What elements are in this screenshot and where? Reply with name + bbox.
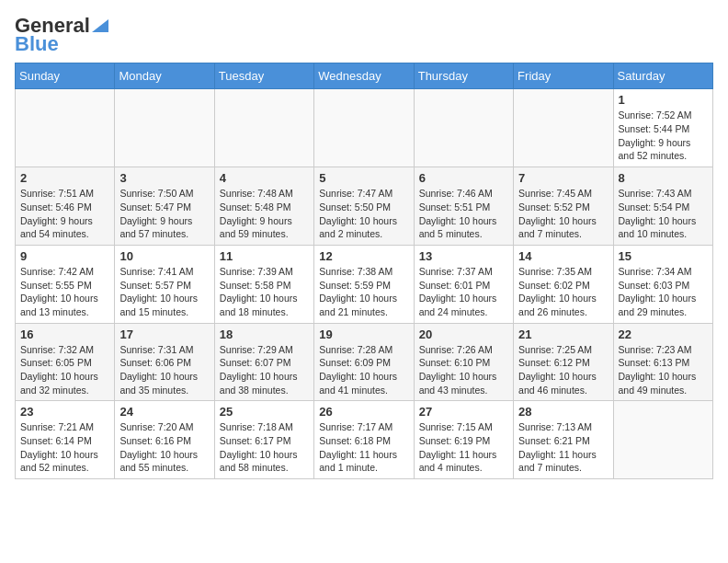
calendar-cell: 4Sunrise: 7:48 AM Sunset: 5:48 PM Daylig… [214,167,313,246]
day-info: Sunrise: 7:51 AM Sunset: 5:46 PM Dayligh… [20,187,109,241]
day-number: 9 [20,249,109,263]
day-number: 12 [319,249,408,263]
weekday-header-friday: Friday [514,63,613,89]
weekday-header-sunday: Sunday [16,63,115,89]
day-number: 27 [419,405,508,419]
day-number: 4 [220,171,309,185]
day-number: 28 [518,405,608,419]
day-info: Sunrise: 7:26 AM Sunset: 6:10 PM Dayligh… [419,343,508,397]
calendar-cell: 14Sunrise: 7:35 AM Sunset: 6:02 PM Dayli… [514,245,613,323]
day-number: 5 [319,171,408,185]
day-number: 19 [319,327,408,341]
day-info: Sunrise: 7:18 AM Sunset: 6:17 PM Dayligh… [220,420,309,475]
calendar-cell [314,89,414,167]
day-info: Sunrise: 7:20 AM Sunset: 6:16 PM Dayligh… [119,420,209,475]
calendar-cell: 27Sunrise: 7:15 AM Sunset: 6:19 PM Dayli… [414,401,513,479]
day-number: 7 [518,171,608,185]
day-info: Sunrise: 7:29 AM Sunset: 6:07 PM Dayligh… [220,343,309,397]
weekday-header-saturday: Saturday [613,63,712,89]
day-number: 24 [119,405,209,419]
calendar-cell: 11Sunrise: 7:39 AM Sunset: 5:58 PM Dayli… [214,245,313,323]
day-info: Sunrise: 7:47 AM Sunset: 5:50 PM Dayligh… [319,187,408,241]
day-info: Sunrise: 7:32 AM Sunset: 6:05 PM Dayligh… [20,343,109,397]
weekday-header-monday: Monday [115,63,214,89]
weekday-header-tuesday: Tuesday [214,63,313,89]
svg-marker-0 [92,19,108,32]
calendar-cell: 8Sunrise: 7:43 AM Sunset: 5:54 PM Daylig… [613,167,712,246]
day-info: Sunrise: 7:31 AM Sunset: 6:06 PM Dayligh… [119,343,209,397]
calendar-cell: 1Sunrise: 7:52 AM Sunset: 5:44 PM Daylig… [613,89,712,167]
day-number: 1 [619,93,708,107]
calendar-cell: 23Sunrise: 7:21 AM Sunset: 6:14 PM Dayli… [16,401,115,479]
day-number: 13 [419,249,508,263]
calendar-cell [514,89,613,167]
day-number: 17 [119,327,209,341]
calendar-cell [16,89,115,167]
logo: General Blue [15,15,108,55]
calendar-cell [115,89,214,167]
calendar-cell: 2Sunrise: 7:51 AM Sunset: 5:46 PM Daylig… [16,167,115,246]
calendar-body: 1Sunrise: 7:52 AM Sunset: 5:44 PM Daylig… [16,89,713,479]
day-number: 26 [319,405,408,419]
weekday-header-thursday: Thursday [414,63,513,89]
day-number: 6 [419,171,508,185]
day-info: Sunrise: 7:39 AM Sunset: 5:58 PM Dayligh… [220,265,309,319]
calendar-cell: 5Sunrise: 7:47 AM Sunset: 5:50 PM Daylig… [314,167,414,246]
logo-icon [92,16,108,32]
day-info: Sunrise: 7:34 AM Sunset: 6:03 PM Dayligh… [619,265,708,319]
calendar-cell: 10Sunrise: 7:41 AM Sunset: 5:57 PM Dayli… [115,245,214,323]
calendar-cell: 9Sunrise: 7:42 AM Sunset: 5:55 PM Daylig… [16,245,115,323]
calendar-cell: 13Sunrise: 7:37 AM Sunset: 6:01 PM Dayli… [414,245,513,323]
calendar-cell [214,89,313,167]
day-info: Sunrise: 7:42 AM Sunset: 5:55 PM Dayligh… [20,265,109,319]
calendar-cell: 3Sunrise: 7:50 AM Sunset: 5:47 PM Daylig… [115,167,214,246]
day-number: 23 [20,405,109,419]
day-info: Sunrise: 7:25 AM Sunset: 6:12 PM Dayligh… [518,343,608,397]
day-number: 11 [220,249,309,263]
day-number: 18 [220,327,309,341]
calendar-week-row: 16Sunrise: 7:32 AM Sunset: 6:05 PM Dayli… [16,323,713,401]
calendar-cell: 25Sunrise: 7:18 AM Sunset: 6:17 PM Dayli… [214,401,313,479]
day-number: 21 [518,327,608,341]
calendar-cell: 15Sunrise: 7:34 AM Sunset: 6:03 PM Dayli… [613,245,712,323]
calendar-cell: 7Sunrise: 7:45 AM Sunset: 5:52 PM Daylig… [514,167,613,246]
calendar-cell: 19Sunrise: 7:28 AM Sunset: 6:09 PM Dayli… [314,323,414,401]
page-header: General Blue [15,15,713,55]
calendar-cell: 16Sunrise: 7:32 AM Sunset: 6:05 PM Dayli… [16,323,115,401]
day-info: Sunrise: 7:15 AM Sunset: 6:19 PM Dayligh… [419,420,508,475]
day-number: 2 [20,171,109,185]
day-number: 25 [220,405,309,419]
day-number: 22 [619,327,708,341]
day-info: Sunrise: 7:45 AM Sunset: 5:52 PM Dayligh… [518,187,608,241]
calendar-cell: 18Sunrise: 7:29 AM Sunset: 6:07 PM Dayli… [214,323,313,401]
calendar-cell: 22Sunrise: 7:23 AM Sunset: 6:13 PM Dayli… [613,323,712,401]
calendar-cell: 28Sunrise: 7:13 AM Sunset: 6:21 PM Dayli… [514,401,613,479]
calendar-cell: 20Sunrise: 7:26 AM Sunset: 6:10 PM Dayli… [414,323,513,401]
calendar-cell: 17Sunrise: 7:31 AM Sunset: 6:06 PM Dayli… [115,323,214,401]
day-info: Sunrise: 7:17 AM Sunset: 6:18 PM Dayligh… [319,420,408,475]
day-number: 10 [119,249,209,263]
day-number: 3 [119,171,209,185]
day-info: Sunrise: 7:38 AM Sunset: 5:59 PM Dayligh… [319,265,408,319]
calendar-week-row: 1Sunrise: 7:52 AM Sunset: 5:44 PM Daylig… [16,89,713,167]
logo-text-blue: Blue [15,33,108,55]
day-number: 16 [20,327,109,341]
day-info: Sunrise: 7:48 AM Sunset: 5:48 PM Dayligh… [220,187,309,241]
day-info: Sunrise: 7:52 AM Sunset: 5:44 PM Dayligh… [619,109,708,163]
day-info: Sunrise: 7:50 AM Sunset: 5:47 PM Dayligh… [119,187,209,241]
weekday-header-wednesday: Wednesday [314,63,414,89]
day-number: 15 [619,249,708,263]
day-info: Sunrise: 7:23 AM Sunset: 6:13 PM Dayligh… [619,343,708,397]
day-info: Sunrise: 7:21 AM Sunset: 6:14 PM Dayligh… [20,420,109,475]
day-info: Sunrise: 7:43 AM Sunset: 5:54 PM Dayligh… [619,187,708,241]
day-info: Sunrise: 7:35 AM Sunset: 6:02 PM Dayligh… [518,265,608,319]
day-number: 20 [419,327,508,341]
calendar-cell: 24Sunrise: 7:20 AM Sunset: 6:16 PM Dayli… [115,401,214,479]
day-info: Sunrise: 7:46 AM Sunset: 5:51 PM Dayligh… [419,187,508,241]
calendar-table: SundayMondayTuesdayWednesdayThursdayFrid… [15,63,713,479]
calendar-week-row: 23Sunrise: 7:21 AM Sunset: 6:14 PM Dayli… [16,401,713,479]
calendar-cell [414,89,513,167]
calendar-cell: 21Sunrise: 7:25 AM Sunset: 6:12 PM Dayli… [514,323,613,401]
day-info: Sunrise: 7:13 AM Sunset: 6:21 PM Dayligh… [518,420,608,475]
calendar-cell [613,401,712,479]
